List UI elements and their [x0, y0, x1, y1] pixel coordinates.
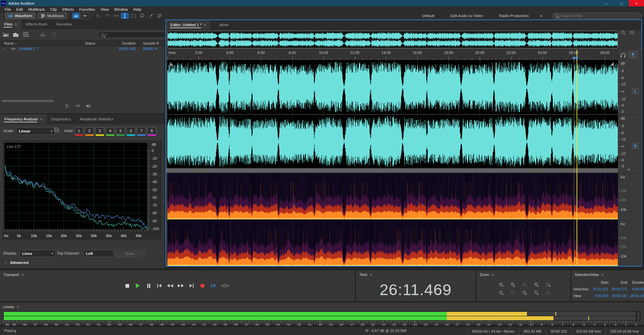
menu-item-clip[interactable]: Clip — [48, 7, 60, 11]
zoom-reset-button[interactable] — [545, 282, 551, 287]
hold-button-6[interactable]: 6 — [126, 127, 136, 134]
menu-item-edit[interactable]: Edit — [14, 7, 26, 11]
file-row[interactable]: › Untitled 1 * 28:50.182 96000 H — [0, 46, 164, 52]
move-to-next-button[interactable] — [189, 282, 195, 289]
files-horizontal-scrollbar[interactable] — [2, 100, 54, 102]
files-search-dropdown-icon[interactable]: ▾ — [106, 33, 107, 36]
headphones-icon[interactable] — [620, 53, 626, 58]
workspace-default[interactable]: Default — [414, 14, 442, 18]
hold-button-3[interactable]: 3 — [95, 127, 104, 134]
column-duration[interactable]: Duration — [101, 41, 136, 45]
new-file-icon[interactable] — [23, 32, 30, 38]
zoom-full-button[interactable] — [545, 290, 551, 295]
menu-item-effects[interactable]: Effects — [59, 7, 76, 11]
level-meter[interactable] — [3, 311, 636, 321]
time-selection-tool[interactable] — [121, 13, 129, 19]
zoom-full-icon[interactable] — [621, 30, 626, 35]
hz-ruler-left[interactable]: Hz30k20k10k — [618, 173, 642, 220]
selview-value[interactable]: 26:01.571 — [591, 287, 609, 291]
column-name[interactable]: Name ↑ — [4, 41, 17, 45]
tab-favorites[interactable]: Favorites — [52, 19, 76, 29]
tab-amplitude-statistics[interactable]: Amplitude Statistics — [75, 114, 118, 124]
menu-item-multitrack[interactable]: Multitrack — [25, 7, 47, 11]
panel-menu-icon[interactable]: ≡ — [492, 273, 494, 277]
time-display[interactable]: 26:11.469 — [356, 280, 475, 299]
hold-button-8[interactable]: 8 — [147, 127, 156, 134]
workspace-edit-audio-to-video[interactable]: Edit Audio to Video — [442, 14, 491, 18]
lasso-selection-tool[interactable] — [138, 13, 146, 19]
open-file-icon[interactable] — [2, 32, 9, 38]
menu-item-file[interactable]: File — [2, 7, 14, 11]
panel-menu-icon[interactable]: ≡ — [370, 273, 372, 277]
copy-frequency-frame-icon[interactable] — [54, 128, 60, 133]
preview-autoplay-speaker-icon[interactable] — [86, 104, 91, 108]
skip-selection-button[interactable] — [221, 282, 229, 289]
panel-menu-icon[interactable]: ≡ — [17, 305, 19, 309]
tab-editor[interactable]: Editor: Untitled 1 * ≡ — [166, 20, 210, 30]
playhead-pin-button[interactable] — [629, 51, 637, 59]
fast-forward-button[interactable] — [178, 282, 184, 289]
zoom-to-in-point-button[interactable] — [533, 282, 539, 287]
rail-dropdown-icon[interactable] — [628, 169, 630, 171]
hold-button-1[interactable]: 1 — [74, 127, 84, 134]
menu-item-help[interactable]: Help — [130, 7, 144, 11]
selview-value[interactable]: 28:50.182 — [628, 294, 644, 298]
menu-item-view[interactable]: View — [98, 7, 112, 11]
selview-value[interactable]: 26:01.571 — [609, 287, 628, 291]
tab-frequency-analysis[interactable]: Frequency Analysis≡ — [0, 114, 47, 124]
scale-select[interactable]: Linear ▾ — [16, 127, 55, 135]
display-select[interactable]: Lines ▾ — [19, 250, 56, 257]
record-button[interactable] — [199, 282, 205, 289]
hz-ruler-right[interactable]: Hz30k20k10k — [618, 220, 642, 266]
file-name[interactable]: Untitled 1 * — [19, 47, 38, 51]
advanced-expander-icon[interactable]: › — [5, 261, 6, 265]
waveform-display-tool[interactable] — [81, 12, 90, 19]
maximize-button[interactable]: □ — [614, 0, 629, 6]
play-button[interactable] — [135, 282, 141, 289]
menu-item-favorites[interactable]: Favorites — [76, 7, 98, 11]
channel-badge-r[interactable]: R — [632, 143, 639, 149]
razor-tool[interactable] — [103, 13, 111, 19]
move-to-previous-button[interactable] — [156, 282, 162, 289]
multitrack-view-button[interactable]: Multitrack — [38, 12, 67, 19]
hold-button-2[interactable]: 2 — [85, 127, 94, 134]
spectral-display-tool[interactable] — [72, 13, 80, 19]
help-search-input[interactable] — [560, 13, 626, 18]
spectral-right-channel[interactable] — [167, 220, 618, 266]
menu-item-window[interactable]: Window — [111, 7, 130, 11]
panel-menu-icon[interactable]: ≡ — [204, 23, 206, 27]
advanced-section-label[interactable]: Advanced — [10, 261, 29, 265]
db-ruler-right[interactable]: dB-3-6-12-∞-12-6-3R — [618, 115, 642, 169]
selview-value[interactable]: 28:50.182 — [609, 294, 628, 298]
help-search-box[interactable] — [552, 13, 641, 19]
files-search-box[interactable]: ▾ — [98, 32, 167, 38]
hold-button-4[interactable]: 4 — [106, 127, 115, 134]
zoom-in-vertical-button[interactable] — [498, 282, 504, 287]
column-status[interactable]: Status — [85, 41, 95, 45]
zoom-out-vertical-button[interactable] — [498, 290, 504, 295]
waveform-left-channel[interactable] — [167, 60, 618, 114]
minimize-button[interactable]: – — [599, 0, 614, 6]
import-file-icon[interactable] — [12, 32, 19, 38]
preview-loop-icon[interactable] — [75, 104, 80, 108]
selview-value[interactable]: 0:00.000 — [628, 287, 644, 291]
panel-menu-icon[interactable]: ≡ — [22, 273, 24, 277]
panel-menu-icon[interactable]: ≡ — [40, 117, 42, 121]
spectral-left-channel[interactable] — [167, 173, 618, 219]
overview-settings-icon[interactable] — [629, 30, 635, 35]
rewind-button[interactable] — [167, 282, 173, 289]
tab-effects-rack[interactable]: Effects Rack — [21, 19, 52, 29]
expander-icon[interactable]: › — [3, 47, 5, 51]
display-splitter[interactable] — [166, 168, 641, 173]
frequency-analysis-graph[interactable]: dB0-10-20-30-40-50-60-70-80-90-100Hz5k10… — [3, 141, 162, 240]
panel-menu-icon[interactable]: ≡ — [15, 22, 17, 26]
zoom-to-selection-button[interactable] — [533, 290, 539, 295]
workspace-radio-production[interactable]: Radio Production — [491, 14, 537, 18]
zoom-to-out-point-button[interactable] — [521, 290, 527, 295]
selview-value[interactable]: 0:00.000 — [591, 294, 609, 298]
loop-playback-button[interactable] — [210, 282, 216, 289]
marquee-selection-tool[interactable] — [129, 13, 138, 19]
close-button[interactable]: × — [629, 0, 644, 6]
zoom-in-horizontal-button[interactable] — [509, 282, 516, 287]
hold-button-5[interactable]: 5 — [116, 127, 125, 134]
